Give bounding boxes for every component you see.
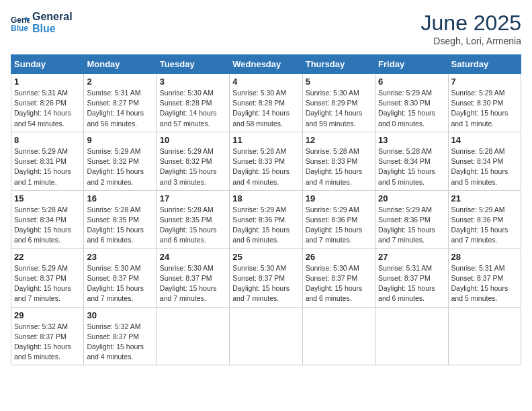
calendar-cell: 2Sunrise: 5:31 AMSunset: 8:27 PMDaylight…: [84, 74, 157, 132]
calendar-cell: 27Sunrise: 5:31 AMSunset: 8:37 PMDayligh…: [375, 248, 448, 307]
week-row-1: 1Sunrise: 5:31 AMSunset: 8:26 PMDaylight…: [11, 74, 521, 132]
day-number: 18: [232, 193, 299, 203]
day-info: Sunrise: 5:28 AMSunset: 8:33 PMDaylight:…: [306, 146, 372, 187]
day-number: 15: [14, 193, 81, 203]
weekday-header-sunday: Sunday: [11, 55, 84, 74]
weekday-header-monday: Monday: [84, 55, 157, 74]
week-row-2: 8Sunrise: 5:29 AMSunset: 8:31 PMDaylight…: [11, 132, 521, 190]
day-number: 12: [306, 135, 372, 145]
day-info: Sunrise: 5:28 AMSunset: 8:35 PMDaylight:…: [160, 205, 226, 246]
day-info: Sunrise: 5:29 AMSunset: 8:30 PMDaylight:…: [451, 88, 518, 129]
day-info: Sunrise: 5:31 AMSunset: 8:26 PMDaylight:…: [14, 88, 81, 129]
day-number: 30: [87, 310, 153, 320]
calendar-cell: 3Sunrise: 5:30 AMSunset: 8:28 PMDaylight…: [157, 74, 229, 132]
calendar-cell: 14Sunrise: 5:28 AMSunset: 8:34 PMDayligh…: [448, 132, 521, 190]
calendar-cell: 8Sunrise: 5:29 AMSunset: 8:31 PMDaylight…: [11, 132, 84, 190]
svg-text:Blue: Blue: [11, 24, 28, 32]
day-number: 23: [87, 252, 153, 262]
calendar-cell: 24Sunrise: 5:30 AMSunset: 8:37 PMDayligh…: [157, 248, 229, 307]
day-number: 4: [232, 77, 299, 87]
logo-blue: Blue: [32, 23, 73, 35]
day-info: Sunrise: 5:29 AMSunset: 8:36 PMDaylight:…: [378, 205, 445, 246]
calendar-cell: 21Sunrise: 5:29 AMSunset: 8:36 PMDayligh…: [448, 190, 521, 248]
weekday-header-saturday: Saturday: [448, 55, 521, 74]
day-info: Sunrise: 5:31 AMSunset: 8:37 PMDaylight:…: [378, 263, 445, 304]
calendar-cell: 10Sunrise: 5:29 AMSunset: 8:32 PMDayligh…: [157, 132, 229, 190]
calendar-cell: 18Sunrise: 5:29 AMSunset: 8:36 PMDayligh…: [230, 190, 302, 248]
calendar-cell: 17Sunrise: 5:28 AMSunset: 8:35 PMDayligh…: [157, 190, 229, 248]
day-info: Sunrise: 5:30 AMSunset: 8:37 PMDaylight:…: [306, 263, 372, 304]
day-info: Sunrise: 5:30 AMSunset: 8:28 PMDaylight:…: [232, 88, 299, 129]
day-number: 27: [378, 252, 445, 262]
day-number: 21: [451, 193, 518, 203]
calendar-cell: 11Sunrise: 5:28 AMSunset: 8:33 PMDayligh…: [230, 132, 302, 190]
day-number: 17: [160, 193, 226, 203]
day-info: Sunrise: 5:31 AMSunset: 8:27 PMDaylight:…: [87, 88, 153, 129]
day-info: Sunrise: 5:29 AMSunset: 8:36 PMDaylight:…: [451, 205, 518, 246]
day-number: 6: [378, 77, 445, 87]
day-info: Sunrise: 5:30 AMSunset: 8:28 PMDaylight:…: [160, 88, 226, 129]
day-info: Sunrise: 5:28 AMSunset: 8:34 PMDaylight:…: [378, 146, 445, 187]
day-info: Sunrise: 5:29 AMSunset: 8:32 PMDaylight:…: [160, 146, 226, 187]
day-info: Sunrise: 5:32 AMSunset: 8:37 PMDaylight:…: [14, 322, 81, 363]
day-number: 22: [14, 252, 81, 262]
calendar-cell: 25Sunrise: 5:30 AMSunset: 8:37 PMDayligh…: [230, 248, 302, 307]
calendar-cell: 12Sunrise: 5:28 AMSunset: 8:33 PMDayligh…: [302, 132, 375, 190]
day-info: Sunrise: 5:31 AMSunset: 8:37 PMDaylight:…: [451, 263, 518, 304]
calendar-cell: 5Sunrise: 5:30 AMSunset: 8:29 PMDaylight…: [302, 74, 375, 132]
day-info: Sunrise: 5:29 AMSunset: 8:36 PMDaylight:…: [232, 205, 299, 246]
day-number: 11: [232, 135, 299, 145]
calendar-cell: 9Sunrise: 5:29 AMSunset: 8:32 PMDaylight…: [84, 132, 157, 190]
day-info: Sunrise: 5:30 AMSunset: 8:29 PMDaylight:…: [306, 88, 372, 129]
calendar-cell: 23Sunrise: 5:30 AMSunset: 8:37 PMDayligh…: [84, 248, 157, 307]
day-info: Sunrise: 5:32 AMSunset: 8:37 PMDaylight:…: [87, 322, 153, 363]
day-info: Sunrise: 5:30 AMSunset: 8:37 PMDaylight:…: [87, 263, 153, 304]
weekday-header-row: SundayMondayTuesdayWednesdayThursdayFrid…: [11, 55, 521, 74]
weekday-header-wednesday: Wednesday: [230, 55, 302, 74]
day-info: Sunrise: 5:29 AMSunset: 8:31 PMDaylight:…: [14, 146, 81, 187]
day-number: 19: [306, 193, 372, 203]
calendar-cell: [302, 307, 375, 365]
logo: General Blue General Blue: [11, 11, 73, 34]
calendar-cell: 29Sunrise: 5:32 AMSunset: 8:37 PMDayligh…: [11, 307, 84, 365]
day-number: 24: [160, 252, 226, 262]
day-info: Sunrise: 5:28 AMSunset: 8:34 PMDaylight:…: [14, 205, 81, 246]
calendar-cell: 28Sunrise: 5:31 AMSunset: 8:37 PMDayligh…: [448, 248, 521, 307]
logo-icon: General Blue: [11, 13, 30, 32]
day-number: 3: [160, 77, 226, 87]
calendar-cell: 20Sunrise: 5:29 AMSunset: 8:36 PMDayligh…: [375, 190, 448, 248]
calendar-cell: [375, 307, 448, 365]
calendar-cell: 4Sunrise: 5:30 AMSunset: 8:28 PMDaylight…: [230, 74, 302, 132]
day-number: 28: [451, 252, 518, 262]
day-number: 10: [160, 135, 226, 145]
month-title: June 2025: [421, 11, 521, 36]
calendar-table: SundayMondayTuesdayWednesdayThursdayFrid…: [11, 54, 521, 365]
calendar-cell: 1Sunrise: 5:31 AMSunset: 8:26 PMDaylight…: [11, 74, 84, 132]
weekday-header-friday: Friday: [375, 55, 448, 74]
day-number: 16: [87, 193, 153, 203]
day-info: Sunrise: 5:30 AMSunset: 8:37 PMDaylight:…: [232, 263, 299, 304]
calendar-cell: 30Sunrise: 5:32 AMSunset: 8:37 PMDayligh…: [84, 307, 157, 365]
day-number: 20: [378, 193, 445, 203]
calendar-cell: 15Sunrise: 5:28 AMSunset: 8:34 PMDayligh…: [11, 190, 84, 248]
day-number: 5: [306, 77, 372, 87]
week-row-4: 22Sunrise: 5:29 AMSunset: 8:37 PMDayligh…: [11, 248, 521, 307]
day-info: Sunrise: 5:28 AMSunset: 8:34 PMDaylight:…: [451, 146, 518, 187]
day-number: 14: [451, 135, 518, 145]
day-number: 2: [87, 77, 153, 87]
calendar-cell: [230, 307, 302, 365]
calendar-cell: 26Sunrise: 5:30 AMSunset: 8:37 PMDayligh…: [302, 248, 375, 307]
day-info: Sunrise: 5:29 AMSunset: 8:37 PMDaylight:…: [14, 263, 81, 304]
day-info: Sunrise: 5:30 AMSunset: 8:37 PMDaylight:…: [160, 263, 226, 304]
logo-general: General: [32, 11, 73, 23]
calendar-cell: [157, 307, 229, 365]
day-number: 8: [14, 135, 81, 145]
calendar-cell: 22Sunrise: 5:29 AMSunset: 8:37 PMDayligh…: [11, 248, 84, 307]
day-info: Sunrise: 5:28 AMSunset: 8:33 PMDaylight:…: [232, 146, 299, 187]
day-number: 13: [378, 135, 445, 145]
calendar-cell: 13Sunrise: 5:28 AMSunset: 8:34 PMDayligh…: [375, 132, 448, 190]
day-number: 26: [306, 252, 372, 262]
week-row-3: 15Sunrise: 5:28 AMSunset: 8:34 PMDayligh…: [11, 190, 521, 248]
day-info: Sunrise: 5:28 AMSunset: 8:35 PMDaylight:…: [87, 205, 153, 246]
week-row-5: 29Sunrise: 5:32 AMSunset: 8:37 PMDayligh…: [11, 307, 521, 365]
